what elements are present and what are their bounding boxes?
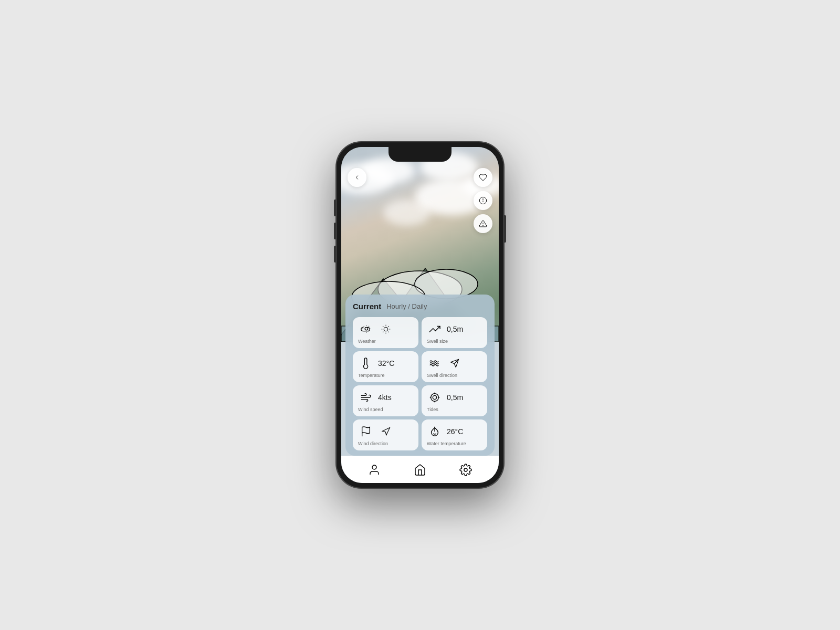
weather-item-swell-size[interactable]: 0,5m Swell size: [422, 317, 487, 348]
weather-label: Weather: [358, 339, 413, 344]
favorite-button[interactable]: [474, 168, 492, 187]
temperature-value: 32°C: [378, 359, 394, 368]
svg-point-31: [372, 465, 376, 469]
nav-settings[interactable]: [456, 460, 475, 479]
panel-tabs[interactable]: Hourly / Daily: [386, 302, 427, 310]
nav-home[interactable]: [411, 460, 429, 479]
panel-header: Current Hourly / Daily: [353, 302, 487, 311]
bottom-nav: [341, 456, 499, 483]
cloud-sun-icon: [358, 321, 374, 337]
svg-line-16: [388, 332, 389, 332]
wind-speed-label: Wind speed: [358, 407, 413, 412]
fab-container: [474, 168, 492, 233]
weather-item-wind-speed[interactable]: 4kts Wind speed: [353, 385, 418, 416]
current-tab[interactable]: Current: [353, 302, 381, 311]
weather-item-swell-direction[interactable]: Swell direction: [422, 351, 487, 382]
thermometer-icon: [358, 355, 374, 371]
svg-point-11: [365, 327, 368, 330]
wind-icon: [358, 390, 374, 405]
swell-direction-label: Swell direction: [427, 373, 482, 378]
temperature-label: Temperature: [358, 373, 413, 378]
water-temperature-label: Water temperature: [427, 441, 482, 446]
weather-item-tides[interactable]: 0,5m Tides: [422, 385, 487, 416]
wind-speed-value: 4kts: [378, 393, 392, 402]
send-icon: [447, 355, 463, 371]
sun-icon: [378, 321, 394, 337]
tides-value: 0,5m: [447, 393, 463, 402]
svg-point-12: [384, 327, 388, 331]
svg-point-23: [431, 394, 439, 402]
swell-size-label: Swell size: [427, 339, 482, 344]
weather-item-weather[interactable]: Weather: [353, 317, 418, 348]
phone-screen: Current Hourly / Daily: [341, 147, 499, 483]
weather-item-temperature[interactable]: 32°C Temperature: [353, 351, 418, 382]
weather-item-wind-direction[interactable]: Wind direction: [353, 419, 418, 450]
flag-icon: [358, 424, 374, 439]
weather-panel: Current Hourly / Daily: [345, 295, 495, 456]
tides-icon: [427, 390, 443, 405]
water-temperature-value: 26°C: [447, 427, 463, 436]
svg-point-24: [433, 395, 436, 399]
svg-line-20: [388, 326, 389, 327]
back-button[interactable]: [348, 168, 366, 187]
svg-marker-30: [382, 428, 390, 435]
navigation-icon: [378, 424, 394, 439]
phone-frame: Current Hourly / Daily: [336, 142, 504, 488]
alert-button[interactable]: [474, 214, 492, 233]
weather-grid: Weather 0,5m Swell size: [353, 317, 487, 450]
water-temp-icon: [427, 424, 443, 439]
svg-point-32: [464, 468, 467, 471]
info-button[interactable]: [474, 191, 492, 210]
swell-size-value: 0,5m: [447, 325, 463, 333]
notch: [388, 147, 452, 162]
svg-line-15: [383, 326, 383, 327]
wind-direction-label: Wind direction: [358, 441, 413, 446]
trend-up-icon: [427, 321, 443, 337]
weather-item-water-temperature[interactable]: 26°C Water temperature: [422, 419, 487, 450]
waves-icon: [427, 355, 443, 371]
nav-profile[interactable]: [365, 460, 384, 479]
svg-line-19: [383, 332, 383, 332]
tides-label: Tides: [427, 407, 482, 412]
